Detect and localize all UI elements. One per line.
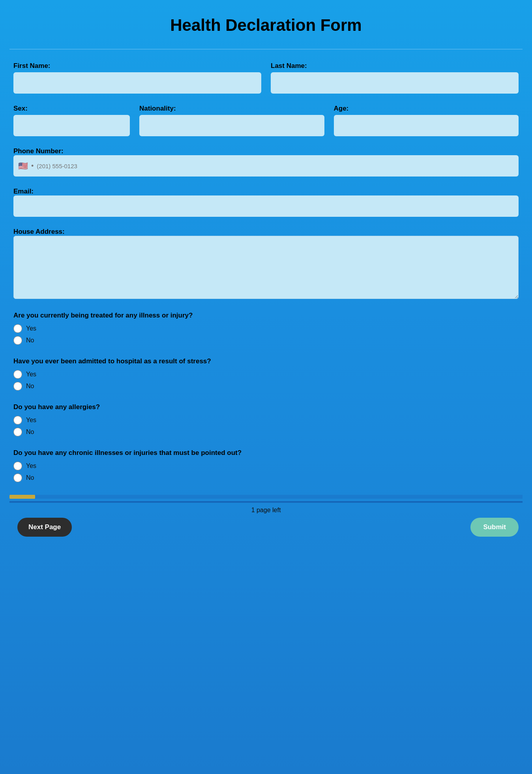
address-section: House Address: [9, 228, 523, 301]
radio-label-4-no: No [26, 474, 34, 481]
first-name-input[interactable] [13, 72, 261, 94]
radio-label-2-yes: Yes [26, 371, 36, 378]
radio-input-1-yes[interactable] [13, 324, 22, 333]
sex-group: Sex: [13, 105, 130, 136]
nationality-input[interactable] [139, 115, 324, 136]
radio-option-3-no[interactable]: No [13, 428, 519, 436]
radio-input-2-no[interactable] [13, 382, 22, 391]
phone-section: Phone Number: 🇺🇸 • [9, 147, 523, 177]
address-textarea[interactable] [13, 236, 519, 299]
question-text-1: Are you currently being treated for any … [13, 312, 519, 319]
phone-separator: • [31, 162, 34, 170]
radio-option-1-yes[interactable]: Yes [13, 324, 519, 333]
radio-label-3-yes: Yes [26, 417, 36, 424]
progress-bar-container [9, 495, 523, 499]
radio-option-4-yes[interactable]: Yes [13, 462, 519, 470]
question-text-4: Do you have any chronic illnesses or inj… [13, 449, 519, 457]
radio-group-1: YesNo [13, 324, 519, 345]
radio-option-1-no[interactable]: No [13, 336, 519, 345]
question-section-4: Do you have any chronic illnesses or inj… [9, 449, 523, 482]
phone-wrapper: 🇺🇸 • [13, 155, 519, 177]
age-input[interactable] [334, 115, 519, 136]
name-row: First Name: Last Name: [9, 62, 523, 94]
radio-option-2-no[interactable]: No [13, 382, 519, 391]
question-section-1: Are you currently being treated for any … [9, 312, 523, 345]
radio-group-2: YesNo [13, 370, 519, 391]
title-divider [9, 49, 523, 49]
radio-input-2-yes[interactable] [13, 370, 22, 379]
email-section: Email: [9, 188, 523, 217]
radio-input-4-yes[interactable] [13, 462, 22, 470]
radio-label-2-no: No [26, 383, 34, 390]
progress-track [9, 501, 523, 503]
radio-label-1-no: No [26, 337, 34, 344]
first-name-group: First Name: [13, 62, 261, 94]
nationality-group: Nationality: [139, 105, 324, 136]
radio-option-4-no[interactable]: No [13, 473, 519, 482]
radio-label-1-yes: Yes [26, 325, 36, 332]
demographics-row: Sex: Nationality: Age: [9, 105, 523, 136]
phone-label: Phone Number: [13, 147, 64, 155]
page-title: Health Declaration Form [9, 12, 523, 35]
age-group: Age: [334, 105, 519, 136]
phone-flag-icon: 🇺🇸 [18, 162, 28, 170]
submit-button[interactable]: Submit [470, 518, 519, 537]
age-label: Age: [334, 105, 519, 113]
last-name-label: Last Name: [271, 62, 519, 70]
last-name-group: Last Name: [271, 62, 519, 94]
footer-area: 1 page left Next Page Submit [9, 507, 523, 537]
radio-option-3-yes[interactable]: Yes [13, 416, 519, 425]
sex-input[interactable] [13, 115, 130, 136]
progress-bar-fill [9, 495, 35, 499]
address-label: House Address: [13, 228, 65, 235]
question-text-2: Have you ever been admitted to hospital … [13, 357, 519, 365]
question-section-3: Do you have any allergies?YesNo [9, 403, 523, 436]
last-name-input[interactable] [271, 72, 519, 94]
radio-input-3-no[interactable] [13, 428, 22, 436]
bottom-actions: Next Page Submit [13, 518, 519, 537]
question-text-3: Do you have any allergies? [13, 403, 519, 411]
email-input[interactable] [13, 195, 519, 217]
radio-label-4-yes: Yes [26, 462, 36, 470]
questions-container: Are you currently being treated for any … [9, 312, 523, 482]
radio-input-1-no[interactable] [13, 336, 22, 345]
radio-option-2-yes[interactable]: Yes [13, 370, 519, 379]
next-page-button[interactable]: Next Page [17, 518, 72, 537]
page-wrapper: Health Declaration Form First Name: Last… [0, 0, 532, 774]
radio-group-4: YesNo [13, 462, 519, 482]
radio-input-4-no[interactable] [13, 473, 22, 482]
radio-label-3-no: No [26, 428, 34, 436]
sex-label: Sex: [13, 105, 130, 113]
email-label: Email: [13, 188, 34, 195]
nationality-label: Nationality: [139, 105, 324, 113]
first-name-label: First Name: [13, 62, 261, 70]
radio-group-3: YesNo [13, 416, 519, 436]
pages-left-text: 1 page left [13, 507, 519, 514]
question-section-2: Have you ever been admitted to hospital … [9, 357, 523, 391]
radio-input-3-yes[interactable] [13, 416, 22, 425]
phone-input[interactable] [37, 163, 514, 169]
